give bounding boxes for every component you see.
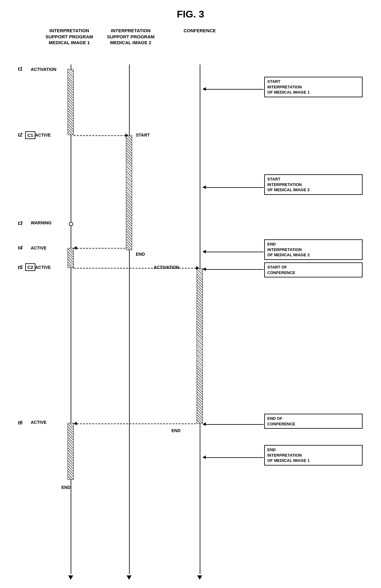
arrow-head-end-conf	[203, 422, 206, 426]
col1-header: INTERPRETATION SUPPORT PROGRAM MEDICAL I…	[45, 28, 93, 46]
label-end-t6: END	[171, 428, 181, 433]
label-activation-t5: ACTIVATION	[154, 265, 179, 270]
time-label-t2: t2	[18, 132, 22, 138]
time-label-t3: t3	[18, 220, 22, 226]
event-box-start-img2: STARTINTERPRETATIONOF MEDICAL IMAGE 2	[264, 174, 363, 195]
arrow-head-end-img2	[203, 250, 206, 253]
time-label-t6: t6	[18, 420, 22, 426]
fig-title: FIG. 3	[0, 9, 381, 20]
arrow-line-end-img2	[203, 252, 264, 252]
time-label-t4: t4	[18, 245, 22, 251]
dashed-t5-col1-col3	[74, 268, 196, 269]
dashed-t4-col2-col1	[74, 248, 125, 249]
arrow-head-start-conf	[203, 267, 206, 271]
arrow-head-end-img1	[203, 455, 206, 459]
arrow-line-end-conf	[203, 424, 264, 425]
hatch-bar-col1-t4t5	[68, 248, 74, 268]
arrow-t2-col2	[125, 133, 128, 137]
event-box-start-conf: START OFCONFERENCE	[264, 262, 363, 277]
arrow-head-start-img1	[203, 87, 206, 91]
arrow-down-col2	[127, 575, 132, 580]
c2-box: C2	[25, 263, 35, 271]
col3-header: CONFERENCE	[181, 28, 218, 34]
label-warning-t3: WARNING	[31, 220, 52, 225]
event-box-end-conf: END OFCONFERENCE	[264, 414, 363, 429]
arrow-t4-col1	[74, 246, 77, 250]
dashed-t2-col1-col2	[74, 135, 125, 136]
arrow-line-start-img2	[203, 187, 264, 188]
label-end-bottom: END	[61, 485, 71, 490]
arrow-line-end-img1	[203, 457, 264, 458]
arrow-t5-col3	[196, 266, 199, 270]
arrow-t6-col1	[74, 422, 77, 425]
event-box-start-img1: STARTINTERPRETATIONOF MEDICAL IMAGE 1	[264, 77, 363, 97]
label-end-t4: END	[136, 252, 145, 257]
arrow-down-col1	[68, 575, 73, 580]
dashed-t6-col3-col1	[74, 424, 196, 424]
diagram-container: FIG. 3 INTERPRETATION SUPPORT PROGRAM ME…	[0, 0, 381, 588]
event-box-end-img1: ENDINTERPRETATIONOF MEDICAL IMAGE 1	[264, 445, 363, 466]
event-box-end-img2: ENDINTERPRETATIONOF MEDICAL IMAGE 2	[264, 239, 363, 260]
timeline-col1	[71, 64, 71, 574]
time-label-t5: t5	[18, 265, 22, 271]
label-active-t4: ACTIVE	[31, 246, 46, 250]
col2-header: INTERPRETATION SUPPORT PROGRAM MEDICAL I…	[107, 28, 155, 46]
c1-box: C1	[25, 131, 35, 139]
label-active-t6: ACTIVE	[31, 420, 46, 425]
hatch-bar-col1-t6	[68, 423, 74, 480]
time-label-t1: t1	[18, 66, 22, 72]
label-start-t2: START	[136, 133, 150, 137]
arrow-down-col3	[197, 575, 202, 580]
hatch-bar-col1-t1t2	[68, 69, 74, 135]
arrow-line-start-img1	[203, 89, 264, 90]
hatch-bar-col3-t5t6	[197, 269, 203, 424]
arrow-line-start-conf	[203, 269, 264, 270]
arrow-head-start-img2	[203, 185, 206, 189]
warning-circle	[69, 222, 73, 226]
hatch-bar-col2-t2t4	[126, 135, 132, 250]
label-activation-t1: ACTIVATION	[31, 67, 56, 72]
